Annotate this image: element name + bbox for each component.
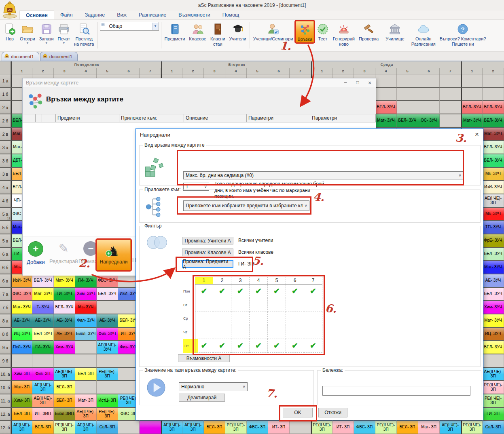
ribbon-button-училище[interactable]: Училище [384,21,405,42]
lesson-cell[interactable]: ПсЛ- ЗУЧ [11,341,32,354]
ribbon-button-онлайн[interactable]: Онлайн Разписания [410,21,437,46]
add-link-button[interactable]: + Добави [27,241,45,265]
ribbon-button-генерирай[interactable]: Генерирай ново [332,21,356,46]
period-grid-header[interactable]: 7 [304,277,322,284]
ribbon-button-учители[interactable]: Учители [228,21,248,42]
period-header[interactable]: 4 [375,68,397,74]
close-icon[interactable]: × [364,80,376,86]
card-links-dialog-titlebar[interactable]: Връзки между картите – □ × [23,78,376,87]
lesson-cell[interactable]: Физ- ЗУЧ [97,328,118,341]
lesson-cell[interactable] [75,341,97,354]
ribbon-button-нов[interactable]: Нов [2,21,17,42]
class-label[interactable]: 6 в [0,274,11,288]
lesson-cell[interactable]: АЕ(I ЧЕ)-ЗП [440,421,461,434]
lesson-cell[interactable]: АЕ- ЗУЧ [54,314,75,328]
lesson-cell[interactable]: Фил- ЗУЧ [75,314,97,328]
class-label[interactable]: 1 б [0,88,11,101]
lesson-cell[interactable]: БЕЛ- ЗП [204,421,225,434]
lesson-cell[interactable] [75,354,97,368]
lesson-cell[interactable]: ИстЦ- ЗП [97,394,118,408]
day-period-cell[interactable] [195,312,213,326]
period-header[interactable]: 3 [54,68,75,74]
lesson-cell[interactable]: РЕ(II ЧЕ)-ЗП [483,381,504,394]
lesson-cell[interactable]: БЕЛ- ЗУЧ [483,101,504,114]
class-label[interactable]: 8 а [0,314,11,328]
class-label[interactable]: 2 в [0,128,11,141]
lesson-cell[interactable]: АЕ(I ЧЕ)-ЗП [182,421,204,434]
lesson-cell[interactable]: БЕЛ- ЗУЧ [483,154,504,168]
period-grid-header[interactable]: 6 [286,277,304,284]
lesson-cell[interactable]: БЕЛ- ЗУЧ [483,288,504,301]
class-label[interactable]: 10. б [0,381,11,394]
day-period-cell[interactable] [213,325,231,339]
class-label[interactable]: 7 б [0,301,11,314]
day-period-cell[interactable]: ✔ [213,284,231,298]
lesson-cell[interactable]: БЕЛ- ЗУЧ [54,301,75,314]
lesson-cell[interactable]: Мат- ЗП [11,381,32,394]
lesson-cell[interactable]: ИТ- ЗП [332,421,354,434]
class-label[interactable]: 5 в [0,234,11,248]
day-period-cell[interactable] [268,298,286,312]
day-period-cell[interactable]: ✔ [250,339,268,353]
maximize-icon[interactable]: □ [352,80,364,86]
lesson-cell[interactable] [32,354,54,368]
class-label[interactable]: 5 б [0,221,11,234]
class-label[interactable]: 12. а [0,408,11,421]
lesson-cell[interactable]: БЕЛ- ЗУЧ [32,274,54,288]
lesson-cell[interactable]: ИзИ- ЗУЧ [11,274,32,288]
day-period-cell[interactable] [304,312,322,326]
lesson-cell[interactable]: БЕЛ- ЗУЧ [483,141,504,154]
lesson-cell[interactable]: ИзИ- ЗУЧ [483,181,504,194]
lesson-cell[interactable]: РЕ(II ЧЕ)-ЗП [375,421,397,434]
period-header[interactable]: 7 [290,68,311,74]
lesson-cell[interactable]: Мат- ЗП [418,421,440,434]
lesson-cell[interactable]: АЕ(II ЧЕ)-ЗП [54,368,75,381]
lesson-cell[interactable]: Мз- ЗУЧ [483,168,504,181]
ribbon-button-ученици-семинари[interactable]: Ученици/Семинари [252,21,294,42]
ribbon-tab-Възможности[interactable]: Възможности [172,11,216,19]
period-header[interactable]: 2 [483,68,504,74]
chevron-down-icon[interactable]: ▼ [152,23,159,30]
period-header[interactable]: 3 [204,68,225,74]
edit-link-button[interactable]: ✎ Редактирай [49,241,78,264]
class-label[interactable]: 6 б [0,261,11,274]
period-header[interactable]: 6 [268,68,290,74]
lesson-cell[interactable] [97,354,118,368]
day-period-cell[interactable]: ✔ [286,339,304,353]
class-label[interactable]: 4 а [0,181,11,194]
period-header[interactable]: 4 [225,68,247,74]
lesson-cell[interactable]: РЕ(I ЧЕ)-ЗП [97,368,118,381]
period-header[interactable]: 7 [440,68,461,74]
lesson-cell[interactable] [397,88,418,101]
class-label[interactable]: 3 а [0,141,11,154]
day-period-cell[interactable] [250,298,268,312]
cancel-button[interactable]: Откажи [318,408,347,417]
lesson-cell[interactable] [440,101,461,114]
period-header[interactable]: 7 [140,68,161,74]
day-period-cell[interactable] [250,325,268,339]
lesson-cell[interactable]: БЕЛ- ЗУЧ [375,101,397,114]
lesson-cell[interactable]: Хим- ЗУЧ [54,341,75,354]
ribbon-tab-Основен[interactable]: Основен [19,11,54,19]
day-period-cell[interactable]: ✔ [304,284,322,298]
lesson-cell[interactable]: Хим- ЗП [11,368,32,381]
class-label[interactable]: 2 а [0,101,11,114]
lesson-cell[interactable]: ГИ- ЗУЧ [75,274,97,288]
lesson-cell[interactable]: РЕ(II ЧЕ)-ЗП [461,421,483,434]
lesson-cell[interactable]: АЕ- ЗУЧ [97,314,118,328]
lesson-cell[interactable]: Мат- ЗУЧ [483,314,504,328]
lesson-cell[interactable]: Физ- ЗП [32,368,54,381]
lesson-cell[interactable] [375,74,397,88]
lesson-cell[interactable] [440,114,461,128]
lesson-cell[interactable] [418,101,440,114]
lesson-cell[interactable]: Биол- ЗУЧ [75,328,97,341]
period-header[interactable]: 1 [11,68,32,74]
period-header[interactable]: 5 [97,68,118,74]
lesson-cell[interactable] [397,101,418,114]
day-period-cell[interactable]: ✔ [213,339,231,353]
lesson-cell[interactable]: Мат- ЗУЧ [483,261,504,274]
lesson-cell[interactable] [440,74,461,88]
lesson-cell[interactable]: АЕ- ЗУЧ [483,274,504,288]
day-period-cell[interactable]: ✔ [286,284,304,298]
day-period-cell[interactable] [213,298,231,312]
